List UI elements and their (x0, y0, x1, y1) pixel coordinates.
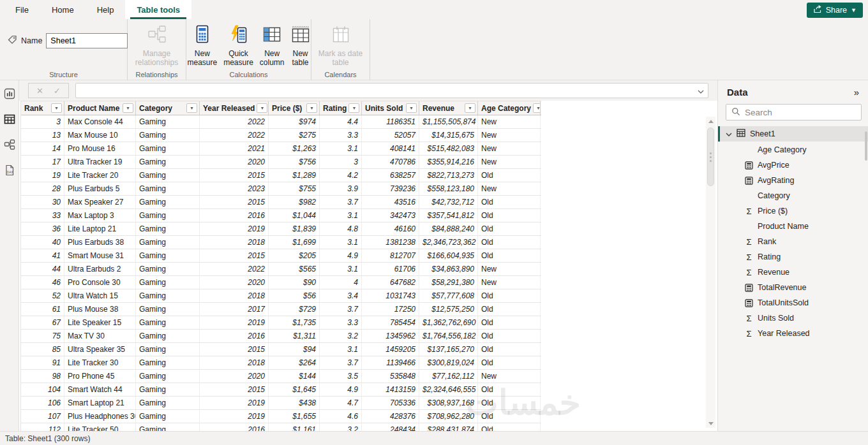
search-input[interactable] (745, 108, 858, 117)
table-cell[interactable]: $275 (269, 129, 320, 142)
table-cell[interactable]: Gaming (136, 142, 200, 155)
table-cell[interactable]: 61 (21, 303, 64, 316)
table-cell[interactable]: 2017 (200, 303, 269, 316)
field-item[interactable]: AvgRating (718, 173, 868, 188)
table-cell[interactable]: 91 (21, 356, 64, 369)
table-cell[interactable]: $822,713,273 (419, 169, 478, 182)
filter-dropdown-button[interactable]: ▼ (465, 103, 475, 113)
filter-dropdown-button[interactable]: ▼ (348, 103, 359, 113)
table-cell[interactable]: 3.2 (320, 423, 362, 431)
table-cell[interactable]: 4.9 (320, 383, 362, 396)
table-cell[interactable]: Lite Laptop 21 (64, 222, 136, 235)
table-cell[interactable]: $1,362,762,690 (419, 316, 478, 329)
table-cell[interactable]: 1186351 (362, 115, 419, 128)
column-header[interactable]: Revenue▼ (419, 101, 478, 115)
table-cell[interactable]: 2015 (200, 169, 269, 182)
field-item[interactable]: ΣRevenue (718, 265, 868, 280)
column-header[interactable]: Year Released▼ (200, 101, 269, 115)
scroll-down-arrow-icon[interactable] (706, 419, 715, 428)
field-item[interactable]: TotalRevenue (718, 280, 868, 295)
table-cell[interactable]: Old (478, 397, 541, 409)
table-cell[interactable]: 4.4 (320, 115, 362, 128)
table-cell[interactable]: 2015 (200, 249, 269, 262)
table-cell[interactable]: $308,937,168 (419, 397, 478, 409)
table-cell[interactable]: 2020 (200, 156, 269, 168)
table-cell[interactable]: 2020 (200, 370, 269, 383)
table-cell[interactable]: Max Console 44 (64, 115, 136, 128)
table-cell[interactable]: 739236 (362, 182, 419, 195)
table-cell[interactable]: $1,645 (269, 383, 320, 396)
table-cell[interactable]: Gaming (136, 156, 200, 168)
table-cell[interactable]: 342473 (362, 209, 419, 222)
table-cell[interactable]: New (478, 263, 541, 275)
table-cell[interactable]: Max TV 30 (64, 330, 136, 342)
table-cell[interactable]: 2018 (200, 236, 269, 249)
table-cell[interactable]: 98 (21, 370, 64, 383)
table-cell[interactable]: 638257 (362, 169, 419, 182)
table-cell[interactable]: 2019 (200, 316, 269, 329)
table-cell[interactable]: $12,575,250 (419, 303, 478, 316)
tab-home[interactable]: Home (40, 0, 86, 19)
filter-dropdown-button[interactable]: ▼ (51, 103, 62, 113)
table-cell[interactable]: Old (478, 330, 541, 342)
table-cell[interactable]: Gaming (136, 249, 200, 262)
table-cell[interactable]: 2023 (200, 182, 269, 195)
table-cell[interactable]: 4 (320, 276, 362, 289)
table-cell[interactable]: 3.3 (320, 316, 362, 329)
filter-dropdown-button[interactable]: ▼ (306, 103, 317, 113)
table-cell[interactable]: $1,699 (269, 236, 320, 249)
table-cell[interactable]: 112 (21, 423, 64, 431)
table-cell[interactable]: 46 (21, 276, 64, 289)
table-cell[interactable]: Max Speaker 27 (64, 196, 136, 208)
table-cell[interactable]: 106 (21, 397, 64, 409)
table-cell[interactable]: 3.1 (320, 142, 362, 155)
table-cell[interactable]: 408141 (362, 142, 419, 155)
commit-formula-icon[interactable]: ✓ (54, 86, 61, 96)
table-cell[interactable]: Max Laptop 3 (64, 209, 136, 222)
table-cell[interactable]: 3.1 (320, 263, 362, 275)
filter-dropdown-button[interactable]: ▼ (257, 103, 267, 113)
table-cell[interactable]: Old (478, 410, 541, 423)
table-cell[interactable]: Old (478, 423, 541, 431)
table-cell[interactable]: $515,482,083 (419, 142, 478, 155)
table-cell[interactable]: Lite Tracker 50 (64, 423, 136, 431)
filter-dropdown-button[interactable]: ▼ (406, 103, 417, 113)
table-cell[interactable]: $166,604,935 (419, 249, 478, 262)
field-item[interactable]: Category (718, 188, 868, 203)
table-cell[interactable]: 1345962 (362, 330, 419, 342)
column-header[interactable]: Units Sold▼ (362, 101, 419, 115)
table-cell[interactable]: 4.7 (320, 397, 362, 409)
table-cell[interactable]: $264 (269, 356, 320, 369)
table-cell[interactable]: 2015 (200, 196, 269, 208)
table-cell[interactable]: $205 (269, 249, 320, 262)
table-cell[interactable]: 67 (21, 316, 64, 329)
field-item[interactable]: ΣUnits Sold (718, 310, 868, 326)
table-cell[interactable]: $1,155,505,874 (419, 115, 478, 128)
table-cell[interactable]: Smart Mouse 31 (64, 249, 136, 262)
table-cell[interactable]: 2019 (200, 410, 269, 423)
table-cell[interactable]: $1,044 (269, 209, 320, 222)
table-cell[interactable]: Gaming (136, 397, 200, 409)
table-cell[interactable]: 2016 (200, 423, 269, 431)
table-cell[interactable]: 4.8 (320, 222, 362, 235)
table-cell[interactable]: 85 (21, 343, 64, 356)
table-cell[interactable]: 3.9 (320, 182, 362, 195)
table-cell[interactable]: 17250 (362, 303, 419, 316)
filter-dropdown-button[interactable]: ▼ (186, 103, 197, 113)
tab-file[interactable]: File (4, 0, 40, 19)
new-measure-button[interactable]: New measure (184, 23, 220, 67)
table-cell[interactable]: 2022 (200, 263, 269, 275)
table-cell[interactable]: 2018 (200, 289, 269, 302)
table-cell[interactable]: 13 (21, 129, 64, 142)
table-cell[interactable]: Pro Mouse 16 (64, 142, 136, 155)
table-cell[interactable]: $755 (269, 182, 320, 195)
table-cell[interactable]: 3.7 (320, 303, 362, 316)
table-cell[interactable]: $2,346,723,362 (419, 236, 478, 249)
column-header[interactable]: Product Name▼ (64, 101, 136, 115)
table-cell[interactable]: 1139466 (362, 356, 419, 369)
scrollbar-thumb[interactable] (707, 128, 714, 186)
table-cell[interactable]: 4.9 (320, 249, 362, 262)
table-cell[interactable]: 248434 (362, 423, 419, 431)
table-cell[interactable]: Gaming (136, 289, 200, 302)
table-cell[interactable]: $357,541,812 (419, 209, 478, 222)
